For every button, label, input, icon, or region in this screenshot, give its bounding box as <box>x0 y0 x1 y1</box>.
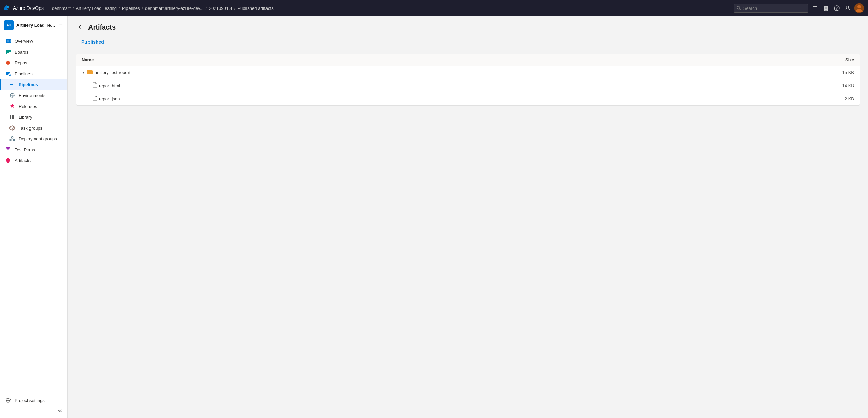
table-header: Name Size <box>76 54 860 66</box>
list-view-button[interactable] <box>811 4 819 12</box>
sidebar-item-repos-label: Repos <box>15 60 63 65</box>
pipelines-icon <box>9 81 15 88</box>
boards-icon <box>5 49 11 55</box>
breadcrumb-item-0[interactable]: dennmart <box>52 6 71 11</box>
sidebar-item-taskgroups-label: Task groups <box>19 126 63 131</box>
svg-rect-3 <box>813 8 817 8</box>
table-row-folder[interactable]: ▼ artillery-test-report 15 KB <box>76 66 860 79</box>
testplans-icon <box>5 147 11 153</box>
sidebar-item-overview[interactable]: Overview <box>0 36 67 46</box>
sidebar-item-pipelines[interactable]: Pipelines <box>0 79 67 90</box>
taskgroups-icon <box>9 125 15 131</box>
svg-rect-28 <box>13 115 14 119</box>
breadcrumb-sep-2: / <box>142 6 143 11</box>
settings-icon <box>5 397 11 403</box>
breadcrumb-item-4[interactable]: 20210901.4 <box>209 6 232 11</box>
sidebar-item-library-label: Library <box>19 115 63 120</box>
breadcrumb-item-3[interactable]: dennmart.artillery-azure-dev... <box>145 6 203 11</box>
brand-label: Azure DevOps <box>13 5 44 11</box>
svg-point-0 <box>737 6 740 9</box>
sidebar-item-settings-label: Project settings <box>15 398 63 403</box>
overview-icon <box>5 38 11 44</box>
sidebar-collapse-button[interactable]: ≪ <box>0 406 67 415</box>
svg-point-21 <box>9 74 11 76</box>
svg-point-32 <box>13 139 15 141</box>
pipelines-group-icon <box>5 71 11 77</box>
project-name: Artillery Load Testing <box>16 23 56 28</box>
column-size: Size <box>820 57 854 62</box>
svg-rect-6 <box>826 6 828 8</box>
sidebar-item-depgroups[interactable]: Deployment groups <box>0 133 67 144</box>
sidebar-item-pipelines-label: Pipelines <box>19 82 63 87</box>
sidebar-item-artifacts[interactable]: Artifacts <box>0 155 67 166</box>
grid-view-button[interactable] <box>822 4 830 12</box>
breadcrumb-sep-0: / <box>73 6 74 11</box>
svg-rect-16 <box>6 41 8 43</box>
sidebar-item-boards-label: Boards <box>15 50 63 55</box>
chevron-down-icon[interactable]: ▼ <box>82 71 85 74</box>
environments-icon <box>9 92 15 98</box>
breadcrumb-item-2[interactable]: Pipelines <box>122 6 140 11</box>
svg-rect-8 <box>826 8 828 11</box>
sidebar-item-environments-label: Environments <box>19 93 63 98</box>
help-icon: ? <box>834 5 840 11</box>
svg-point-13 <box>857 5 861 8</box>
file2-name: report.json <box>99 96 120 101</box>
back-arrow-icon <box>77 24 83 30</box>
file-icon-1 <box>93 82 97 89</box>
svg-line-1 <box>739 9 741 10</box>
add-project-button[interactable]: + <box>58 21 63 30</box>
breadcrumb-sep-1: / <box>119 6 120 11</box>
help-button[interactable]: ? <box>833 4 841 12</box>
column-name: Name <box>82 57 820 62</box>
breadcrumb-item-1[interactable]: Artillery Load Testing <box>76 6 117 11</box>
table-row-file-1[interactable]: report.html 14 KB <box>76 79 860 92</box>
svg-rect-27 <box>12 115 13 119</box>
sidebar-item-repos[interactable]: Repos <box>0 57 67 68</box>
svg-rect-18 <box>6 50 7 54</box>
back-button[interactable] <box>76 23 84 31</box>
file1-row-name: report.html <box>82 82 820 89</box>
sidebar-item-boards[interactable]: Boards <box>0 46 67 57</box>
svg-point-30 <box>12 137 13 138</box>
page-header: Artifacts <box>76 23 860 31</box>
file2-row-name: report.json <box>82 96 820 102</box>
search-box[interactable] <box>734 4 808 13</box>
collapse-icon: ≪ <box>58 408 62 413</box>
sidebar-item-pipelines-group[interactable]: Pipelines <box>0 68 67 79</box>
sidebar-project: AT Artillery Load Testing + <box>0 16 67 34</box>
svg-rect-22 <box>10 83 15 83</box>
sidebar-item-testplans[interactable]: Test Plans <box>0 144 67 155</box>
sidebar-item-library[interactable]: Library <box>0 112 67 122</box>
depgroups-icon <box>9 136 15 142</box>
sidebar-item-settings[interactable]: Project settings <box>0 395 67 406</box>
search-input[interactable] <box>743 6 805 11</box>
svg-rect-19 <box>7 50 9 53</box>
avatar[interactable] <box>854 3 864 13</box>
repos-icon <box>5 60 11 66</box>
sidebar-item-releases-label: Releases <box>19 104 63 109</box>
breadcrumb-item-5[interactable]: Published artifacts <box>237 6 273 11</box>
sidebar-item-environments[interactable]: Environments <box>0 90 67 101</box>
file1-size: 14 KB <box>820 83 854 88</box>
main-content: Artifacts Published Name Size ▼ art <box>68 16 868 418</box>
svg-rect-24 <box>10 86 12 86</box>
svg-rect-26 <box>10 115 11 119</box>
search-icon <box>737 6 741 11</box>
sidebar-item-testplans-label: Test Plans <box>15 147 63 152</box>
topbar: Azure DevOps dennmart / Artillery Load T… <box>0 0 868 16</box>
svg-line-33 <box>11 138 12 140</box>
table-row-file-2[interactable]: report.json 2 KB <box>76 92 860 105</box>
layout: AT Artillery Load Testing + Overview <box>0 16 868 418</box>
sidebar-item-releases[interactable]: Releases <box>0 101 67 112</box>
grid-icon <box>823 5 829 11</box>
breadcrumb: dennmart / Artillery Load Testing / Pipe… <box>52 6 731 11</box>
avatar-image <box>854 3 864 13</box>
file-icon-2 <box>93 96 97 102</box>
svg-point-31 <box>10 139 11 141</box>
user-button[interactable] <box>844 4 852 12</box>
tab-published[interactable]: Published <box>76 37 110 48</box>
sidebar-footer: Project settings ≪ <box>0 392 67 418</box>
sidebar-item-taskgroups[interactable]: Task groups <box>0 122 67 133</box>
brand[interactable]: Azure DevOps <box>4 5 44 12</box>
